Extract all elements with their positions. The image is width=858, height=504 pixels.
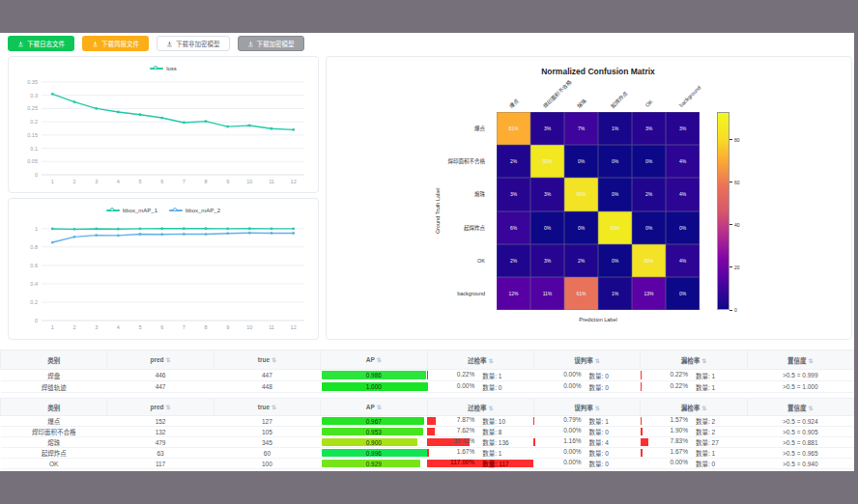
map-chart-card: bbox_mAP_1bbox_mAP_2 00.20.40.60.8112345… <box>8 198 319 340</box>
misjudge-value: 0.00%数量: 0 <box>533 371 640 380</box>
column-header-漏检率[interactable]: 漏检率⇅ <box>641 399 747 416</box>
ap-cell: 0.900 <box>321 437 427 448</box>
count-text: 数量: 0 <box>589 448 632 458</box>
percent-text: 1.67% <box>436 448 474 458</box>
legend-item-bbox_mAP_1[interactable]: bbox_mAP_1 <box>106 208 157 213</box>
matrix-cell: 2% <box>497 145 530 178</box>
ap-cell: 0.996 <box>321 448 427 459</box>
missrate-value: 1.67%数量: 1 <box>641 448 747 458</box>
column-header-误判率[interactable]: 误判率⇅ <box>533 399 640 416</box>
column-header-漏检率[interactable]: 漏检率⇅ <box>641 350 747 370</box>
loss-line-chart: 00.050.10.150.20.250.30.3512345678910111… <box>13 76 314 190</box>
ap-cell: 0.967 <box>321 416 427 427</box>
column-header-label: 类别 <box>47 405 60 411</box>
count-text: 数量: 1 <box>482 371 525 380</box>
matrix-cell: 2% <box>497 244 530 277</box>
loss-chart-card: loss 00.050.10.150.20.250.30.35123456789… <box>8 56 319 193</box>
matrix-row-label: background <box>327 277 491 310</box>
misjudge-cell: 0.00%数量: 0 <box>533 448 640 459</box>
svg-text:0: 0 <box>35 172 38 178</box>
percent-text: 1.90% <box>649 427 688 436</box>
matrix-cell-value: 0% <box>612 258 618 264</box>
confusion-matrix-title: Normalized Confusion Matrix <box>497 67 700 76</box>
download-icon <box>247 41 254 47</box>
matrix-cell: 0% <box>632 211 666 244</box>
confidence-cell: >0.5 = 1.000 <box>747 381 853 393</box>
column-header-true[interactable]: true⇅ <box>214 350 320 370</box>
percent-text: 0.00% <box>543 427 582 436</box>
matrix-cell-value: 0% <box>612 158 618 164</box>
column-header-pred[interactable]: pred⇅ <box>107 350 214 370</box>
matrix-cell: 3% <box>530 178 564 210</box>
overrate-cell: 1.67%数量: 1 <box>427 448 533 459</box>
column-header-误判率[interactable]: 误判率⇅ <box>533 350 640 370</box>
svg-text:10: 10 <box>246 324 252 330</box>
download-button-3[interactable]: 下载非加密模型 <box>157 36 230 51</box>
legend-item-bbox_mAP_2[interactable]: bbox_mAP_2 <box>169 208 220 213</box>
column-header-置信度[interactable]: 置信度⇅ <box>747 350 853 370</box>
ap-value: 0.929 <box>366 461 382 467</box>
column-header-过检率[interactable]: 过检率⇅ <box>427 350 533 370</box>
column-header-label: 置信度 <box>787 357 807 364</box>
percent-text: 7.83% <box>649 437 688 447</box>
matrix-cell: 2% <box>632 178 666 210</box>
confidence-cell: >0.5 = 0.999 <box>747 370 853 381</box>
missrate-cell: 1.90%数量: 2 <box>641 427 747 437</box>
svg-text:0.15: 0.15 <box>27 132 38 138</box>
download-button-1[interactable]: 下载日志文件 <box>8 36 74 51</box>
download-button-label: 下载加密模型 <box>257 39 295 48</box>
map-line-chart: 00.20.40.60.81123456789101112 <box>13 218 314 336</box>
colorbar-tick-icon <box>729 266 732 267</box>
count-text: 数量: 2 <box>696 416 738 426</box>
legend-marker-icon <box>106 210 120 211</box>
colorbar-tick-icon <box>729 310 732 311</box>
count-text: 数量: 136 <box>482 437 525 447</box>
column-header-过检率[interactable]: 过检率⇅ <box>427 399 533 416</box>
true-cell: 447 <box>214 370 320 381</box>
column-header-置信度[interactable]: 置信度⇅ <box>747 399 853 416</box>
class-cell: 起焊炸点 <box>1 448 107 459</box>
matrix-row-label: 熔珠 <box>327 178 491 210</box>
matrix-cell: 90% <box>564 178 598 210</box>
overrate-cell: 7.62%数量: 8 <box>427 427 533 437</box>
sort-icon: ⇅ <box>488 358 493 364</box>
matrix-cell: 0% <box>530 211 564 244</box>
true-cell: 100 <box>214 459 320 469</box>
percent-text: 0.22% <box>436 371 474 380</box>
column-header-AP[interactable]: AP⇅ <box>321 399 427 416</box>
count-text: 数量: 2 <box>696 427 738 436</box>
download-button-4[interactable]: 下载加密模型 <box>238 36 304 51</box>
misjudge-cell: 1.16%数量: 4 <box>533 437 640 448</box>
matrix-row-label: 起焊炸点 <box>327 211 491 244</box>
count-text: 数量: 27 <box>696 437 738 447</box>
percent-text: 0.00% <box>543 371 582 380</box>
svg-text:9: 9 <box>226 179 229 184</box>
svg-text:0.1: 0.1 <box>30 146 38 152</box>
legend-item-loss[interactable]: loss <box>150 66 177 71</box>
overrate-value: 0.22%数量: 1 <box>427 371 533 380</box>
column-header-true[interactable]: true⇅ <box>214 399 320 416</box>
sort-icon: ⇅ <box>488 406 493 411</box>
misjudge-cell: 0.00%数量: 0 <box>533 459 640 469</box>
summary-table-2: 类别pred⇅true⇅AP⇅过检率⇅误判率⇅漏检率⇅置信度⇅爆点1521270… <box>0 398 854 469</box>
ap-cell: 0.986 <box>321 370 427 381</box>
download-button-2[interactable]: 下载简报文件 <box>82 36 149 51</box>
column-header-label: true <box>258 404 270 410</box>
matrix-cell-value: 92% <box>542 158 552 164</box>
class-cell: 熔珠 <box>1 437 107 448</box>
missrate-value: 0.22%数量: 1 <box>641 382 747 392</box>
matrix-cell: 0% <box>564 145 598 178</box>
colorbar-tick-icon <box>729 224 732 225</box>
column-header-pred[interactable]: pred⇅ <box>107 399 214 416</box>
matrix-cell-value: 3% <box>510 191 517 197</box>
column-header-AP[interactable]: AP⇅ <box>321 350 427 370</box>
matrix-cell: 81% <box>497 112 530 145</box>
ap-cell: 0.929 <box>321 459 427 469</box>
percent-text: 0.00% <box>543 448 582 458</box>
percent-text: 39.42% <box>436 437 474 447</box>
matrix-cell-value: 61% <box>576 291 586 296</box>
legend-marker-icon <box>150 68 163 70</box>
column-header-label: 误判率 <box>574 357 593 364</box>
percent-text: 0.00% <box>649 459 688 468</box>
svg-text:2: 2 <box>72 179 75 184</box>
